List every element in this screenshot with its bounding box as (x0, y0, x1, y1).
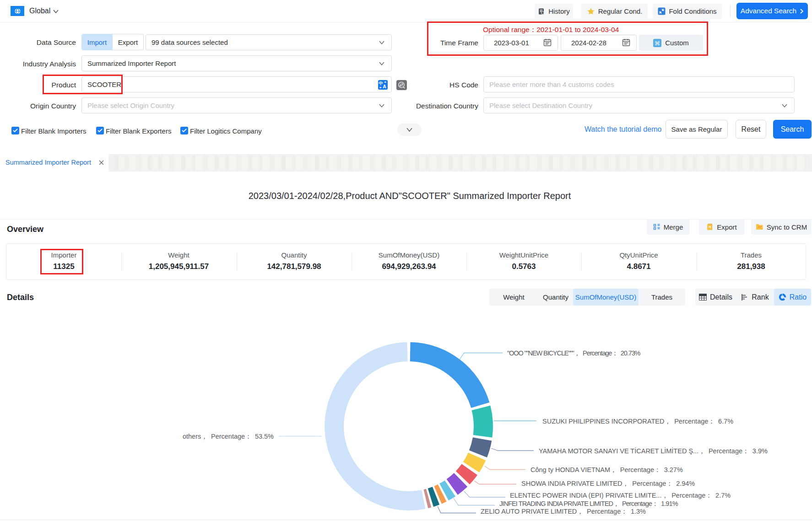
svg-text:中: 中 (379, 81, 383, 86)
svg-text:"OOO ""NEW BICYCLE"""， Percent: "OOO ""NEW BICYCLE"""， Percentage： 20.73… (507, 349, 641, 357)
svg-text:A: A (383, 84, 386, 89)
svg-text:ELENTEC POWER INDIA (EPI) PRIV: ELENTEC POWER INDIA (EPI) PRIVATE LIMITE… (510, 492, 731, 499)
svg-text:ZELIO AUTO PRIVATE LIMITED， Pe: ZELIO AUTO PRIVATE LIMITED， Percentage： … (481, 508, 646, 515)
svg-text:⌘: ⌘ (655, 40, 660, 46)
svg-text:others， Percentage： 53.5%: others， Percentage： 53.5% (183, 433, 274, 440)
svg-text:SHOWA INDIA PRIVATE LIMITED， P: SHOWA INDIA PRIVATE LIMITED， Percentage：… (521, 480, 695, 487)
svg-text:JINFEI TRADING INDIA PRIVATE L: JINFEI TRADING INDIA PRIVATE LIMITED， Pe… (499, 500, 678, 507)
svg-text:SUZUKI PHILIPPINES INCORPORATE: SUZUKI PHILIPPINES INCORPORATED， Percent… (542, 418, 733, 425)
svg-text:YAMAHA MOTOR SANAYI VE TİCARET: YAMAHA MOTOR SANAYI VE TİCARET LİMİTED Ş… (539, 447, 768, 455)
svg-text:Công ty HONDA VIETNAM， Percent: Công ty HONDA VIETNAM， Percentage： 3.27% (531, 466, 683, 473)
